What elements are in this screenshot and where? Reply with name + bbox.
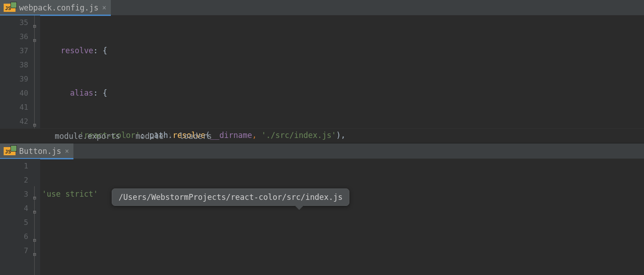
chevron-right-icon: 〉 [125,132,131,140]
code-area[interactable]: resolve: { alias: { 'react-color': path.… [40,15,387,128]
close-icon[interactable]: × [65,147,69,155]
js-file-icon: JS [4,147,16,155]
tab-bar: JS webpack.config.js × [0,0,644,15]
line-gutter: 1 2 3 4 5 6 7 ⊟ ⊟ ⊟ ⊟ [0,159,40,275]
path-tooltip: /Users/WebstormProjects/react-color/src/… [112,188,349,206]
code-editor[interactable]: 1 2 3 4 5 6 7 ⊟ ⊟ ⊟ ⊟ 'use strict' impor… [0,159,644,275]
fold-marker-icon[interactable]: ⊟ [32,205,37,219]
breadcrumb-item[interactable]: module.exports [55,132,120,141]
tab-bar: JS Button.js × [0,143,644,159]
breadcrumb-item[interactable]: module [135,132,163,141]
code-area[interactable]: 'use strict' import React from 'react' i… [40,159,252,275]
tab-webpack-config[interactable]: JS webpack.config.js × [0,0,111,15]
chevron-right-icon: 〉 [168,132,175,140]
fold-rail: ⊟ ⊟ ⊟ ⊟ [29,159,40,275]
fold-marker-icon[interactable]: ⊟ [32,33,37,47]
fold-rail: ⊟ ⊟ ⊟ [29,15,40,128]
fold-marker-icon[interactable]: ⊟ [32,247,37,261]
editor-pane-webpack: JS webpack.config.js × 35 36 37 38 39 40… [0,0,644,143]
fold-marker-icon[interactable]: ⊟ [32,191,37,205]
code-editor[interactable]: 35 36 37 38 39 40 41 42 ⊟ ⊟ ⊟ resolve: {… [0,15,644,128]
tab-button-js[interactable]: JS Button.js × [0,143,73,159]
editor-pane-button: JS Button.js × 1 2 3 4 5 6 7 ⊟ ⊟ ⊟ ⊟ 'us… [0,143,644,275]
tab-label: Button.js [19,147,61,156]
tab-label: webpack.config.js [19,3,99,12]
line-gutter: 35 36 37 38 39 40 41 42 ⊟ ⊟ ⊟ [0,15,40,128]
breadcrumb-item[interactable]: loaders [179,132,212,141]
fold-end-icon[interactable]: ⊟ [32,118,37,132]
fold-marker-icon[interactable]: ⊟ [32,19,37,33]
fold-marker-icon[interactable]: ⊟ [32,233,37,247]
js-file-icon: JS [4,4,16,12]
close-icon[interactable]: × [102,4,106,12]
